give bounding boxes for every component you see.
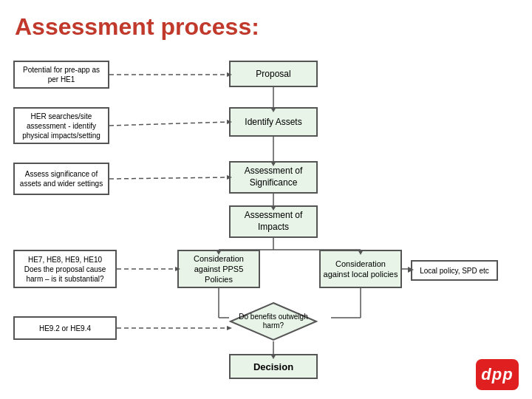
center-proposal: Proposal — [229, 61, 318, 87]
left-box-1: Potential for pre-app as per HE1 — [13, 61, 109, 89]
page-title: Assessment process: — [15, 13, 517, 41]
diamond-benefits: Do benefits outweigh harm? — [229, 301, 318, 341]
center-local-spd: Local policy, SPD etc — [411, 260, 498, 281]
svg-line-2 — [109, 122, 229, 126]
left-box-2: HER searches/site assessment - identify … — [13, 107, 109, 144]
center-assessment-significance: Assessment of Significance — [229, 161, 318, 194]
dpp-logo: dpp — [476, 359, 519, 390]
left-box-5: HE9.2 or HE9.4 — [13, 316, 117, 340]
center-local-policies: Consideration against local policies — [319, 250, 402, 288]
center-pps5: Consideration against PPS5 Policies — [177, 250, 260, 288]
left-box-3: Assess significance of assets and wider … — [13, 163, 109, 195]
page: Assessment process: Potential for pre-ap… — [0, 0, 532, 399]
left-box-4: HE7, HE8, HE9, HE10Does the proposal cau… — [13, 250, 117, 288]
svg-line-3 — [109, 177, 229, 179]
center-decision: Decision — [229, 354, 318, 379]
center-assessment-impacts: Assessment of Impacts — [229, 205, 318, 238]
center-identify-assets: Identify Assets — [229, 107, 318, 137]
